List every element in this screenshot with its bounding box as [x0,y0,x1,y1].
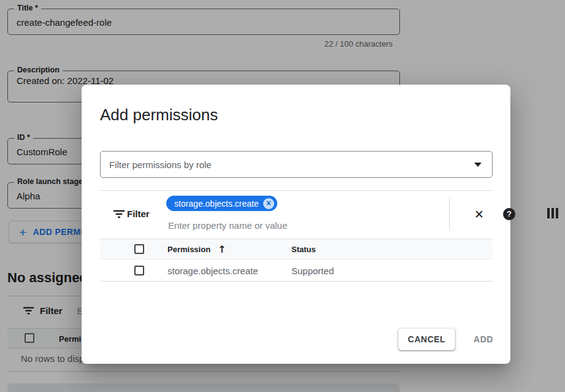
table-row[interactable]: storage.objects.create Supported [100,259,493,282]
add-permissions-dialog: Add permissions Filter permissions by ro… [82,85,510,364]
role-select-placeholder: Filter permissions by role [109,159,212,170]
filter-chip-label: storage.objects.create [174,199,259,209]
clear-filter-icon[interactable]: ✕ [472,207,486,221]
toolbar-divider [449,198,450,231]
divider [100,190,493,191]
add-button[interactable]: ADD [465,328,502,350]
dropdown-arrow-icon [474,163,482,167]
status-cell: Supported [291,265,334,275]
status-column-header[interactable]: Status [291,245,316,254]
permission-cell: storage.objects.create [167,265,258,275]
permission-column-header[interactable]: Permission ↑ [167,244,226,255]
select-all-checkbox[interactable] [134,244,144,254]
filter-permissions-by-role-select[interactable]: Filter permissions by role [100,151,493,178]
filter-list-icon [113,210,125,218]
sort-ascending-icon[interactable]: ↑ [218,244,226,255]
help-icon[interactable]: ? [503,208,515,220]
permissions-table-header: Permission ↑ Status [100,239,493,259]
remove-chip-icon[interactable]: × [263,198,274,209]
filter-chip[interactable]: storage.objects.create × [166,196,277,211]
dialog-title: Add permissions [100,106,218,125]
column-display-options-icon[interactable] [547,208,558,218]
cancel-button[interactable]: CANCEL [398,328,455,350]
row-checkbox[interactable] [134,266,144,275]
filter-label: Filter [127,209,150,219]
filter-input[interactable]: Enter property name or value [168,220,287,231]
